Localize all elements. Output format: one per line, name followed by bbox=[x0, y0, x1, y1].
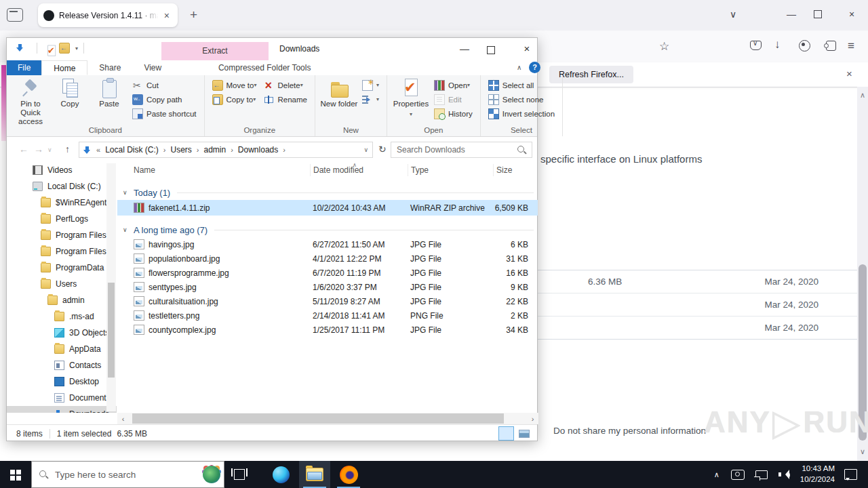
explorer-close-button[interactable]: × bbox=[517, 43, 537, 54]
details-view-button[interactable] bbox=[498, 426, 514, 441]
scroll-right-icon[interactable]: › bbox=[527, 415, 538, 423]
downloads-toolbar-icon[interactable]: ↓ bbox=[774, 38, 781, 52]
sidebar-item-appdata[interactable]: AppData bbox=[7, 341, 117, 357]
search-box[interactable] bbox=[391, 142, 532, 158]
sidebar-item-perflogs[interactable]: PerfLogs bbox=[7, 211, 117, 227]
group-header-a-long-time-ago-7[interactable]: ∨A long time ago (7) bbox=[117, 222, 538, 237]
contextual-tab-header[interactable]: Extract bbox=[161, 42, 269, 60]
sidebar-item-local-disk-c[interactable]: Local Disk (C:) bbox=[7, 178, 117, 195]
new-tab-button[interactable]: + bbox=[190, 7, 197, 22]
asset-row[interactable]: Mar 24, 2020 bbox=[516, 293, 861, 317]
group-collapse-chevron-icon[interactable]: ∨ bbox=[123, 189, 134, 196]
volume-tray-icon[interactable] bbox=[778, 470, 791, 479]
file-row-senttypes-jpg[interactable]: senttypes.jpg1/6/2020 3:37 PMJPG File9 K… bbox=[117, 280, 538, 294]
refresh-icon[interactable]: ↻ bbox=[378, 144, 387, 155]
asset-row[interactable]: 6.36 MBMar 24, 2020 bbox=[516, 270, 861, 293]
hidden-icons-chevron-icon[interactable]: ∧ bbox=[708, 470, 726, 479]
network-tray-icon[interactable] bbox=[755, 470, 768, 479]
bookmark-star-icon[interactable]: ☆ bbox=[659, 39, 669, 54]
tab-file[interactable]: File bbox=[7, 60, 41, 75]
taskbar-firefox-button[interactable] bbox=[333, 461, 364, 488]
pin-to-quick-access-button[interactable]: Pin to Quick access bbox=[11, 77, 50, 127]
tree-scrollbar-thumb[interactable] bbox=[108, 283, 115, 378]
item-button[interactable]: ▾ bbox=[360, 78, 381, 92]
select-none-button[interactable]: Select none bbox=[486, 92, 557, 106]
search-icon[interactable] bbox=[517, 145, 526, 155]
crumb-users[interactable]: Users bbox=[167, 145, 195, 155]
cut-button[interactable]: Cut bbox=[130, 78, 199, 92]
open-button[interactable]: Open ▾ bbox=[432, 78, 475, 92]
file-row-culturalsituation-jpg[interactable]: culturalsituation.jpg5/11/2019 8:27 AMJP… bbox=[117, 294, 538, 308]
properties-qat-icon[interactable] bbox=[45, 45, 52, 52]
breadcrumb-overflow-icon[interactable]: « bbox=[95, 146, 102, 154]
item-button[interactable]: ▾ bbox=[360, 92, 381, 106]
file-row-flowersprogramme-jpg[interactable]: flowersprogramme.jpg6/7/2020 11:19 PMJPG… bbox=[117, 266, 538, 280]
sidebar-item-downloads[interactable]: Downloads bbox=[7, 406, 117, 413]
invert-selection-button[interactable]: Invert selection bbox=[486, 106, 557, 121]
sidebar-item-videos[interactable]: Videos bbox=[7, 162, 117, 178]
column-header-name[interactable]: Name bbox=[117, 164, 310, 176]
tab-close-icon[interactable]: × bbox=[161, 9, 172, 22]
history-button[interactable]: History bbox=[432, 106, 475, 121]
help-button[interactable]: ? bbox=[529, 62, 540, 73]
back-icon[interactable]: ← bbox=[19, 144, 28, 155]
action-center-icon[interactable] bbox=[844, 469, 857, 480]
crumb-chevron-icon[interactable]: › bbox=[162, 146, 167, 154]
ribbon-collapse-chevron-icon[interactable]: ∧ bbox=[517, 64, 521, 71]
tab-history-icon[interactable] bbox=[7, 8, 23, 22]
crumb-local-disk-c[interactable]: Local Disk (C:) bbox=[102, 145, 162, 155]
sidebar-item-contacts[interactable]: Contacts bbox=[7, 357, 117, 373]
browser-maximize-button[interactable] bbox=[814, 10, 822, 18]
file-row-havingos-jpg[interactable]: havingos.jpg6/27/2021 11:50 AMJPG File6 … bbox=[117, 237, 538, 251]
copy-button[interactable]: Copy bbox=[50, 77, 90, 109]
sidebar-item-documents[interactable]: Documents bbox=[7, 390, 117, 406]
taskbar-search[interactable] bbox=[31, 461, 224, 488]
tab-share[interactable]: Share bbox=[87, 60, 132, 75]
taskbar-edge-button[interactable] bbox=[265, 461, 296, 488]
account-icon[interactable] bbox=[799, 40, 810, 52]
column-header-type[interactable]: Type bbox=[408, 164, 493, 176]
start-button[interactable] bbox=[0, 461, 31, 488]
crumb-chevron-icon[interactable]: › bbox=[195, 146, 201, 154]
browser-close-button[interactable]: × bbox=[849, 9, 854, 20]
tab-compressed-folder-tools[interactable]: Compressed Folder Tools bbox=[211, 60, 318, 75]
extensions-icon[interactable] bbox=[826, 41, 836, 51]
paste-button[interactable]: Paste bbox=[90, 77, 129, 109]
qat-customize-chevron-icon[interactable]: ▾ bbox=[75, 45, 78, 52]
crumb-admin[interactable]: admin bbox=[201, 145, 230, 155]
crumb-chevron-icon[interactable]: › bbox=[229, 146, 235, 154]
properties-button[interactable]: Properties ▾ bbox=[391, 77, 431, 119]
column-header-date[interactable]: ∧Date modified bbox=[310, 164, 408, 176]
task-view-button[interactable] bbox=[224, 461, 254, 488]
sidebar-item-3d-objects[interactable]: 3D Objects bbox=[7, 325, 117, 341]
recent-locations-chevron-icon[interactable]: ∨ bbox=[47, 146, 52, 153]
crumb-chevron-icon[interactable]: › bbox=[281, 146, 287, 154]
sidebar-item-desktop[interactable]: Desktop bbox=[7, 373, 117, 390]
file-row-fakenet1-4-11-zip[interactable]: fakenet1.4.11.zip10/2/2024 10:43 AMWinRA… bbox=[117, 200, 538, 216]
sidebar-item-users[interactable]: Users bbox=[7, 276, 117, 292]
asset-row[interactable]: Mar 24, 2020 bbox=[516, 317, 861, 339]
delete-button[interactable]: Delete ▾ bbox=[261, 78, 309, 92]
menu-hamburger-icon[interactable]: ≡ bbox=[848, 39, 854, 53]
column-header-size[interactable]: Size bbox=[493, 164, 538, 176]
file-row-testletters-png[interactable]: testletters.png2/14/2018 11:41 AMPNG Fil… bbox=[117, 308, 538, 323]
sidebar-item-program-files[interactable]: Program Files bbox=[7, 227, 117, 243]
group-header-today-1[interactable]: ∨Today (1) bbox=[117, 185, 538, 200]
address-bar[interactable]: «Local Disk (C:)›Users›admin›Downloads› … bbox=[79, 142, 373, 158]
explorer-minimize-button[interactable]: — bbox=[454, 43, 475, 54]
horizontal-scrollbar[interactable]: ‹ › bbox=[117, 413, 538, 424]
search-highlights-globe-icon[interactable] bbox=[203, 466, 220, 483]
select-all-button[interactable]: Select all bbox=[486, 78, 557, 92]
up-icon[interactable]: ↑ bbox=[65, 144, 70, 155]
copy-path-button[interactable]: Copy path bbox=[130, 92, 199, 106]
sidebar-item-admin[interactable]: admin bbox=[7, 292, 117, 308]
group-collapse-chevron-icon[interactable]: ∨ bbox=[123, 226, 134, 233]
sidebar-item-winreagent[interactable]: $WinREAgent bbox=[7, 195, 117, 211]
sidebar-item-ms-ad[interactable]: .ms-ad bbox=[7, 308, 117, 325]
file-row-countycomplex-jpg[interactable]: countycomplex.jpg1/25/2017 11:11 PMJPG F… bbox=[117, 323, 538, 337]
rename-button[interactable]: Rename bbox=[261, 92, 309, 106]
browser-tab[interactable]: Release Version 1.4.11 · mandian × bbox=[38, 3, 178, 27]
horizontal-scrollbar-thumb[interactable] bbox=[132, 413, 504, 424]
move-to-button[interactable]: Move to ▾ bbox=[210, 78, 259, 92]
scroll-down-icon[interactable]: ∨ bbox=[860, 447, 865, 456]
